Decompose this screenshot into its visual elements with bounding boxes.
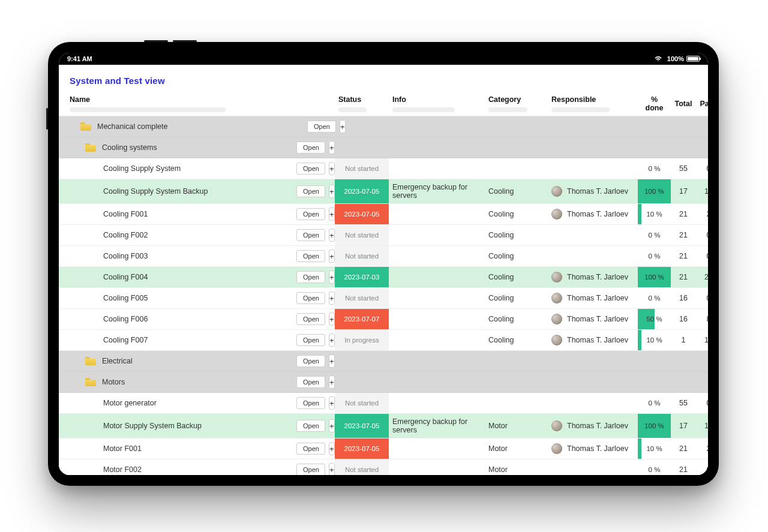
table-row[interactable]: Cooling Supply System Backup Open + 2023… bbox=[59, 179, 708, 204]
battery-indicator: 100% bbox=[667, 55, 700, 62]
table-row[interactable]: Cooling F003 Open + Not started Cooling … bbox=[59, 246, 708, 267]
table-row[interactable]: Cooling F001 Open + 2023-07-05 Cooling T… bbox=[59, 204, 708, 225]
col-name: Name bbox=[70, 95, 289, 104]
item-name: Cooling F003 bbox=[103, 252, 148, 260]
info-text bbox=[389, 165, 485, 172]
add-button[interactable]: + bbox=[329, 185, 335, 198]
pass-value: 17 bbox=[696, 418, 708, 434]
item-name: Motor F002 bbox=[103, 465, 142, 474]
status-badge: 2023-07-05 bbox=[335, 414, 389, 438]
responsible-name: Thomas T. Jarloev bbox=[567, 336, 628, 344]
category-text: Cooling bbox=[485, 227, 548, 243]
table-row[interactable]: Motor F001 Open + 2023-07-05 Motor Thoma… bbox=[59, 438, 708, 459]
device-top-button bbox=[144, 40, 168, 42]
table-row[interactable]: Motor F002 Open + Not started Motor 0 % … bbox=[59, 459, 708, 475]
pass-value: 0 bbox=[696, 161, 708, 176]
folder-row[interactable]: Cooling systems Open + bbox=[59, 137, 708, 158]
folder-name: Motors bbox=[102, 378, 125, 386]
open-button[interactable]: Open bbox=[296, 271, 325, 283]
col-pctdone: % done bbox=[638, 94, 671, 116]
pass-value: 17 bbox=[696, 184, 708, 199]
avatar bbox=[551, 314, 562, 324]
add-button[interactable]: + bbox=[329, 162, 335, 175]
table-row[interactable]: Motor Supply System Backup Open + 2023-0… bbox=[59, 414, 708, 438]
add-button[interactable]: + bbox=[329, 333, 335, 347]
open-button[interactable]: Open bbox=[307, 121, 336, 133]
open-button[interactable]: Open bbox=[296, 443, 325, 455]
table-row[interactable]: Cooling F007 Open + In progress Cooling … bbox=[59, 330, 708, 351]
open-button[interactable]: Open bbox=[296, 313, 325, 325]
device-top-button bbox=[173, 40, 197, 42]
folder-icon bbox=[80, 122, 91, 131]
folder-row[interactable]: Mechanical complete Open + bbox=[59, 116, 708, 137]
battery-icon bbox=[686, 56, 700, 62]
battery-percent: 100% bbox=[667, 55, 684, 62]
total-value: 21 bbox=[671, 248, 696, 264]
status-badge: Not started bbox=[335, 225, 389, 245]
folder-name: Electrical bbox=[102, 357, 133, 365]
add-button[interactable]: + bbox=[329, 250, 335, 263]
col-total: Total bbox=[671, 98, 696, 112]
total-value: 16 bbox=[671, 311, 696, 327]
col-status: Status bbox=[338, 95, 385, 104]
open-button[interactable]: Open bbox=[296, 292, 325, 304]
info-text bbox=[389, 466, 485, 473]
open-button[interactable]: Open bbox=[296, 142, 325, 154]
category-text: Motor bbox=[485, 462, 548, 475]
table-row[interactable]: Cooling F006 Open + 2023-07-07 Cooling T… bbox=[59, 309, 708, 330]
col-pass: Pass bbox=[696, 98, 708, 112]
item-name: Cooling F006 bbox=[103, 315, 148, 323]
test-table: Name Status Info Categ bbox=[59, 94, 708, 475]
add-button[interactable]: + bbox=[329, 375, 335, 389]
table-row[interactable]: Cooling F004 Open + 2023-07-03 Cooling T… bbox=[59, 267, 708, 288]
total-value: 17 bbox=[671, 184, 696, 199]
add-button[interactable]: + bbox=[329, 229, 335, 242]
pctdone-text: 0 % bbox=[638, 288, 671, 308]
add-button[interactable]: + bbox=[329, 442, 335, 455]
table-row[interactable]: Cooling F002 Open + Not started Cooling … bbox=[59, 225, 708, 246]
table-row[interactable]: Motor generator Open + Not started 0 % 5… bbox=[59, 393, 708, 414]
open-button[interactable]: Open bbox=[296, 376, 325, 388]
add-button[interactable]: + bbox=[329, 396, 335, 410]
header-underline bbox=[70, 107, 226, 112]
open-button[interactable]: Open bbox=[296, 208, 325, 220]
open-button[interactable]: Open bbox=[296, 397, 325, 409]
open-button[interactable]: Open bbox=[296, 420, 325, 432]
open-button[interactable]: Open bbox=[296, 229, 325, 241]
folder-row[interactable]: Motors Open + bbox=[59, 372, 708, 393]
open-button[interactable]: Open bbox=[296, 334, 325, 346]
avatar bbox=[551, 443, 562, 454]
category-text: Cooling bbox=[485, 248, 548, 264]
open-button[interactable]: Open bbox=[296, 185, 325, 197]
add-button[interactable]: + bbox=[329, 463, 335, 475]
pctdone-text: 50 % bbox=[638, 309, 671, 329]
add-button[interactable]: + bbox=[329, 312, 335, 326]
status-badge: 2023-07-03 bbox=[335, 267, 389, 287]
add-button[interactable]: + bbox=[329, 270, 335, 284]
header-underline bbox=[392, 107, 455, 112]
add-button[interactable]: + bbox=[329, 419, 335, 432]
responsible-name: Thomas T. Jarloev bbox=[567, 294, 628, 302]
add-button[interactable]: + bbox=[340, 120, 346, 133]
folder-row[interactable]: Electrical Open + bbox=[59, 351, 708, 372]
item-name: Cooling F001 bbox=[103, 210, 148, 218]
avatar bbox=[551, 209, 562, 220]
table-row[interactable]: Cooling Supply System Open + Not started… bbox=[59, 158, 708, 179]
add-button[interactable]: + bbox=[329, 354, 335, 368]
table-row[interactable]: Cooling F005 Open + Not started Cooling … bbox=[59, 288, 708, 309]
open-button[interactable]: Open bbox=[296, 163, 325, 175]
add-button[interactable]: + bbox=[329, 291, 335, 305]
avatar bbox=[551, 186, 562, 197]
open-button[interactable]: Open bbox=[296, 250, 325, 262]
info-text bbox=[389, 273, 485, 281]
category-text: Cooling bbox=[485, 290, 548, 306]
col-info: Info bbox=[392, 95, 481, 104]
open-button[interactable]: Open bbox=[296, 355, 325, 367]
folder-icon bbox=[85, 357, 96, 365]
open-button[interactable]: Open bbox=[296, 464, 325, 475]
responsible-name: Thomas T. Jarloev bbox=[567, 315, 628, 323]
add-button[interactable]: + bbox=[329, 208, 335, 221]
add-button[interactable]: + bbox=[329, 141, 335, 154]
info-text bbox=[389, 232, 485, 239]
info-text bbox=[389, 315, 485, 323]
